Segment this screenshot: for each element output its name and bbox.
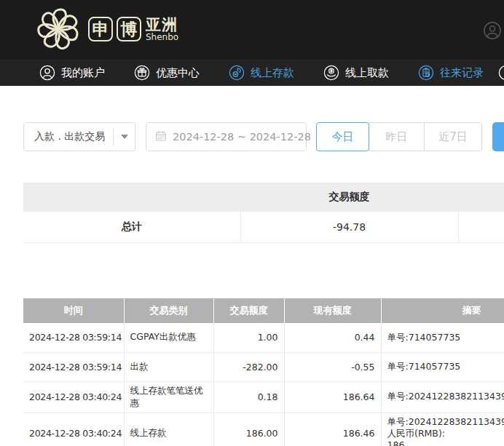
- nav-label: 往来记录: [440, 66, 484, 80]
- top-header: 申 博 亚洲 Shenbo: [0, 0, 504, 60]
- page: 申 博 亚洲 Shenbo 我的账户: [0, 0, 504, 446]
- chevron-down-icon: [113, 128, 135, 146]
- nav-label: 线上取款: [345, 66, 389, 80]
- transaction-type-select[interactable]: 入款 . 出款交易: [23, 122, 135, 151]
- cell-summary: 单号:714057735: [381, 323, 504, 352]
- logo-text: 亚洲 Shenbo: [146, 17, 178, 42]
- brand-logo[interactable]: 申 博 亚洲 Shenbo: [32, 3, 178, 55]
- gift-icon: [134, 65, 150, 81]
- cell-amount: -282.00: [213, 352, 284, 381]
- cell-summary: 单号:20241228382113439 人民币(RMB): 186: [381, 413, 504, 446]
- nav-label: 线上存款: [251, 66, 294, 80]
- withdraw-icon: [323, 65, 339, 81]
- flower-logo-icon: [32, 3, 84, 55]
- search-button[interactable]: [492, 122, 504, 151]
- cell-summary: 单号:20241228382113439: [381, 381, 504, 413]
- cell-time: 2024-12-28 03:40:24: [23, 381, 124, 413]
- nav-item-promotions[interactable]: 优惠中心: [134, 65, 200, 81]
- cell-type: 线上存款笔笔送优惠: [124, 381, 213, 413]
- cell-type: 线上存款: [124, 413, 213, 446]
- transactions-table: 时间 交易类别 交易额度 现有额度 摘要 2024-12-28 03:59:14…: [23, 298, 504, 446]
- logo-region-label: 亚洲: [146, 17, 178, 33]
- summary-header-empty: [23, 183, 240, 212]
- cell-balance: 186.46: [284, 413, 381, 446]
- today-button[interactable]: 今日: [316, 122, 369, 151]
- transaction-type-value: 入款 . 出款交易: [24, 130, 113, 143]
- user-icon: [39, 65, 55, 81]
- table-row: 2024-12-28 03:40:24 线上存款 186.00 186.46 单…: [23, 413, 504, 446]
- summary-total-label: 总计: [23, 212, 240, 242]
- summary-header-empty2: [458, 183, 504, 212]
- nav-label: 我的账户: [61, 66, 105, 80]
- nav-item-online-withdraw[interactable]: 线上取款: [323, 65, 389, 81]
- summary-header-row: 交易额度: [23, 183, 504, 212]
- cell-balance: 186.64: [284, 381, 381, 413]
- yesterday-button[interactable]: 昨日: [369, 122, 425, 151]
- nav-item-my-account[interactable]: 我的账户: [39, 65, 105, 81]
- cell-type: 出款: [124, 352, 213, 381]
- transactions-header-row: 时间 交易类别 交易额度 现有额度 摘要: [23, 298, 504, 323]
- quick-date-button-group: 今日 昨日 近7日: [316, 122, 482, 151]
- summary-empty-cell: [458, 212, 504, 242]
- logo-char-bo: 博: [117, 17, 141, 41]
- logo-brand-en: Shenbo: [146, 33, 178, 42]
- cell-time: 2024-12-28 03:59:14: [23, 323, 124, 352]
- nav-item-partial[interactable]: [498, 65, 504, 84]
- nav-item-online-deposit[interactable]: 线上存款: [229, 65, 294, 81]
- col-header-time: 时间: [23, 298, 124, 323]
- col-header-amount: 交易额度: [213, 298, 284, 323]
- nav-label: 优惠中心: [156, 66, 200, 80]
- main-nav: 我的账户 优惠中心: [0, 60, 504, 86]
- summary-table: 交易额度 总计 -94.78: [23, 183, 504, 243]
- summary-total-value: -94.78: [240, 212, 458, 242]
- cell-time: 2024-12-28 03:59:14: [23, 352, 124, 381]
- date-range-input[interactable]: 2024-12-28 ~ 2024-12-28: [146, 122, 307, 151]
- date-range-value: 2024-12-28 ~ 2024-12-28: [173, 131, 311, 143]
- table-row: 2024-12-28 03:59:14 出款 -282.00 -0.55 单号:…: [23, 352, 504, 381]
- last-7-days-button[interactable]: 近7日: [424, 122, 482, 151]
- calendar-icon: [155, 130, 167, 144]
- cell-amount: 186.00: [213, 413, 284, 446]
- cell-time: 2024-12-28 03:40:24: [23, 413, 124, 446]
- col-header-summary: 摘要: [381, 298, 504, 323]
- table-row: 2024-12-28 03:40:24 线上存款笔笔送优惠 0.18 186.6…: [23, 381, 504, 413]
- table-row: 2024-12-28 03:59:14 CGPAY出款优惠 1.00 0.44 …: [23, 323, 504, 352]
- partial-nav-icon: [498, 70, 504, 84]
- cell-type: CGPAY出款优惠: [124, 323, 213, 352]
- cell-balance: -0.55: [284, 352, 381, 381]
- records-icon: [418, 65, 434, 81]
- nav-item-transaction-records[interactable]: 往来记录: [418, 65, 484, 81]
- cell-balance: 0.44: [284, 323, 381, 352]
- summary-header-amount: 交易额度: [240, 183, 458, 212]
- cell-amount: 0.18: [213, 381, 284, 413]
- deposit-icon: [229, 65, 245, 81]
- cell-amount: 1.00: [213, 323, 284, 352]
- cell-summary: 单号:714057735: [381, 352, 504, 381]
- col-header-balance: 现有额度: [284, 298, 381, 323]
- summary-total-row: 总计 -94.78: [23, 212, 504, 242]
- logo-char-shen: 申: [88, 17, 113, 41]
- account-icon[interactable]: [483, 21, 502, 40]
- col-header-type: 交易类别: [124, 298, 213, 323]
